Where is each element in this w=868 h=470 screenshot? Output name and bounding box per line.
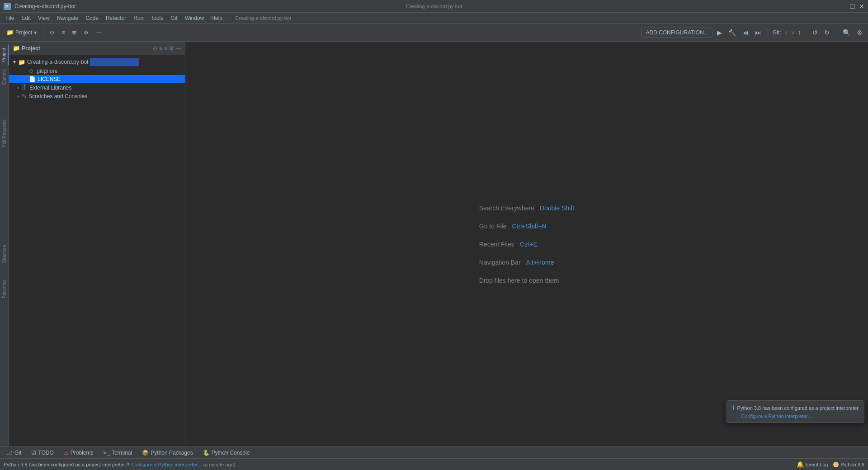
project-panel: 📁 Project ⊙ ≡ ≡ ⚙ — ▾ 📁 Creating-a-disco… <box>9 42 185 446</box>
pypackages-tab-label: Python Packages <box>151 450 193 456</box>
event-log-icon: 🔔 <box>797 461 804 468</box>
nav-bar-label: Navigation Bar <box>479 259 521 266</box>
panel-title: Project <box>22 45 40 52</box>
step-forward-button[interactable]: ⏭ <box>753 28 763 37</box>
content-area: Project Commit Pull Requests Structure F… <box>0 42 868 446</box>
panel-scope-icon[interactable]: ⊙ <box>153 45 157 52</box>
license-icon: 📄 <box>29 76 36 82</box>
add-configuration-button[interactable]: ADD CONFIGURATION... <box>642 28 712 38</box>
configure-interpreter-link[interactable]: Configure a Python interpreter... <box>131 462 202 467</box>
activity-commit[interactable]: Commit <box>0 66 8 87</box>
activity-favorites[interactable]: Favorites <box>0 277 8 301</box>
menu-view[interactable]: View <box>34 14 53 22</box>
menu-git[interactable]: Git <box>167 14 181 22</box>
git-check-icon: ✓ <box>784 29 788 36</box>
tree-item-gitignore[interactable]: ⊙ .gitignore <box>9 67 185 75</box>
goto-file-row: Go to File Ctrl+Shift+N <box>479 223 547 230</box>
terminal-tab-icon: >_ <box>103 450 109 456</box>
menu-navigate[interactable]: Navigate <box>53 14 82 22</box>
tree-item-license[interactable]: 📄 LICENSE <box>9 75 185 83</box>
maximize-button[interactable]: ☐ <box>849 3 855 10</box>
search-everywhere-label: Search Everywhere <box>479 204 534 212</box>
menu-code[interactable]: Code <box>82 14 102 22</box>
step-back-button[interactable]: ⏮ <box>741 28 750 37</box>
toolbar-expand-btn[interactable]: ≣ <box>69 28 79 37</box>
activity-pull-requests[interactable]: Pull Requests <box>0 117 8 150</box>
nav-bar-shortcut: Alt+Home <box>526 259 554 266</box>
menu-window[interactable]: Window <box>181 14 208 22</box>
terminal-tab-label: Terminal <box>112 450 132 456</box>
gitignore-icon: ⊙ <box>29 68 33 74</box>
pyconsole-tab-label: Python Console <box>212 450 250 456</box>
settings-button[interactable]: ⚙ <box>855 28 864 37</box>
scratches-arrow: › <box>14 93 22 100</box>
app-logo: P <box>4 3 11 10</box>
tree-scratches[interactable]: › ✎ Scratches and Consoles <box>9 92 185 100</box>
status-left: Python 3.8 has been configured as a proj… <box>4 462 236 467</box>
menu-file[interactable]: File <box>2 14 18 22</box>
goto-file-shortcut: Ctrl+Shift+N <box>512 223 546 230</box>
status-right: 🔔 Event Log Python 3.8 <box>797 461 864 468</box>
status-main-text: Python 3.8 has been configured as a proj… <box>4 462 129 467</box>
menu-refactor[interactable]: Refactor <box>102 14 130 22</box>
menu-run[interactable]: Run <box>130 14 147 22</box>
tab-todo[interactable]: ☑ TODO <box>27 447 58 459</box>
git-check2-icon: ✓ <box>791 29 796 36</box>
minimize-button[interactable]: — <box>840 3 846 10</box>
notification-header: ℹ Python 3.8 has been configured as a pr… <box>732 404 859 412</box>
git-tab-label: Git <box>14 450 21 456</box>
project-selector[interactable]: 📁 Project ▾ <box>4 28 39 37</box>
title-bar-center-file: Creating-a-discord.py-bot <box>235 15 291 21</box>
todo-tab-label: TODO <box>38 450 53 456</box>
python-indicator <box>833 462 839 467</box>
python-version-label: Python 3.8 <box>840 462 864 467</box>
app-window: P Creating-a-discord.py-bot Creating-a-d… <box>0 0 868 470</box>
event-log-label: Event Log <box>806 462 828 467</box>
toolbar-hide-btn[interactable]: — <box>93 28 104 37</box>
recent-files-shortcut: Ctrl+E <box>520 241 538 248</box>
panel-expand-icon[interactable]: ≡ <box>164 45 167 52</box>
undo-button[interactable]: ↺ <box>811 28 820 37</box>
search-button[interactable]: 🔍 <box>841 28 852 37</box>
notification-popup: ℹ Python 3.8 has been configured as a pr… <box>726 400 864 423</box>
activity-structure[interactable]: Structure <box>0 242 8 266</box>
window-controls: — ☐ ✕ <box>840 3 864 10</box>
title-file: Creating-a-discord.py-bot <box>406 4 462 9</box>
menu-help[interactable]: Help <box>208 14 226 22</box>
build-button[interactable]: 🔨 <box>726 28 738 37</box>
tree-external-libraries[interactable]: › 🗄 External Libraries <box>9 83 185 92</box>
recent-files-label: Recent Files <box>479 241 514 248</box>
panel-collapse-icon[interactable]: ≡ <box>159 45 162 52</box>
license-label: LICENSE <box>38 76 61 82</box>
panel-settings-icon[interactable]: ⚙ <box>169 45 174 52</box>
redo-button[interactable]: ↻ <box>822 28 831 37</box>
toolbar-collapse-btn[interactable]: ≡ <box>59 28 67 37</box>
toolbar-left: 📁 Project ▾ ⊙ ≡ ≣ ⚙ — <box>4 28 104 37</box>
nav-bar-row: Navigation Bar Alt+Home <box>479 259 554 266</box>
python-version[interactable]: Python 3.8 <box>833 462 864 467</box>
menu-tools[interactable]: Tools <box>147 14 167 22</box>
activity-project[interactable]: Project <box>0 45 9 65</box>
toolbar-sep2 <box>768 28 768 37</box>
run-button[interactable]: ▶ <box>715 28 724 37</box>
drop-files-text: Drop files here to open them <box>479 277 559 284</box>
rename-selection <box>90 58 138 66</box>
close-button[interactable]: ✕ <box>859 3 864 10</box>
status-bar: Python 3.8 has been configured as a proj… <box>0 458 868 470</box>
tab-terminal[interactable]: >_ Terminal <box>99 447 137 459</box>
folder-icon: 📁 <box>18 59 25 66</box>
tab-python-packages[interactable]: 📦 Python Packages <box>137 447 197 459</box>
tab-python-console[interactable]: 🐍 Python Console <box>198 447 255 459</box>
toolbar-scope-btn[interactable]: ⊙ <box>47 28 57 37</box>
toolbar-settings-btn[interactable]: ⚙ <box>81 28 91 37</box>
notification-link[interactable]: Configure a Python interpreter... <box>732 413 859 419</box>
panel-hide-icon[interactable]: — <box>176 45 181 52</box>
event-log[interactable]: 🔔 Event Log <box>797 461 828 468</box>
toolbar: 📁 Project ▾ ⊙ ≡ ≣ ⚙ — ADD CONFIGURATION.… <box>0 24 868 42</box>
tree-root[interactable]: ▾ 📁 Creating-a-discord.py-bot <box>9 57 185 67</box>
menu-edit[interactable]: Edit <box>18 14 34 22</box>
svg-text:P: P <box>5 5 8 9</box>
toolbar-sep4 <box>836 28 836 37</box>
tab-git[interactable]: ⎇ Git <box>2 447 26 459</box>
tab-problems[interactable]: ⚠ Problems <box>59 447 98 459</box>
